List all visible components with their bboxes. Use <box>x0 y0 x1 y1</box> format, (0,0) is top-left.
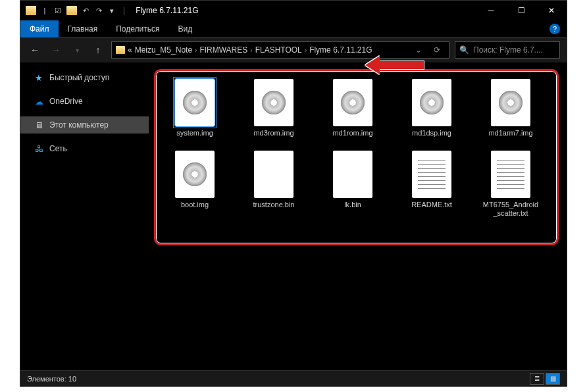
folder-icon <box>26 6 36 15</box>
sidebar-item-onedrive[interactable]: ☁ OneDrive <box>20 93 149 110</box>
undo-icon[interactable]: ↶ <box>81 6 90 15</box>
file-item[interactable]: MT6755_Android_scatter.txt <box>481 151 540 218</box>
text-lines-icon <box>418 160 446 189</box>
recent-dropdown[interactable]: ▾ <box>69 42 85 58</box>
file-label: README.txt <box>411 201 452 209</box>
file-label: boot.img <box>181 201 209 209</box>
file-label: trustzone.bin <box>253 201 295 209</box>
file-item[interactable]: md1rom.img <box>323 79 382 137</box>
statusbar: Элементов: 10 ≣ ▦ <box>20 370 567 386</box>
search-input[interactable]: 🔍 Поиск: Flyme 6.7.... <box>455 41 560 59</box>
file-thumbnail <box>333 79 372 126</box>
sidebar-item-label: Сеть <box>49 144 67 153</box>
search-icon: 🔍 <box>459 45 469 55</box>
file-item[interactable]: system.img <box>165 79 224 137</box>
crumb-2[interactable]: FLASHTOOL <box>255 45 302 55</box>
disc-icon <box>420 91 444 114</box>
file-item[interactable]: md1arm7.img <box>481 79 540 137</box>
file-thumbnail <box>175 79 215 126</box>
sidebar-item-network[interactable]: 🖧 Сеть <box>20 140 149 157</box>
search-placeholder: Поиск: Flyme 6.7.... <box>473 45 543 55</box>
file-thumbnail <box>254 79 294 126</box>
explorer-window: | ☑ ↶ ↷ ▾ | Flyme 6.7.11.21G ─ ☐ ✕ Файл … <box>20 0 567 387</box>
file-item[interactable]: md1dsp.img <box>402 79 461 137</box>
file-item[interactable]: trustzone.bin <box>244 151 303 218</box>
crumb-3[interactable]: Flyme 6.7.11.21G <box>309 45 372 55</box>
up-button[interactable]: ↑ <box>90 42 106 58</box>
sidebar-item-quickaccess[interactable]: ★ Быстрый доступ <box>20 69 149 86</box>
file-view[interactable]: system.imgmd3rom.imgmd1rom.imgmd1dsp.img… <box>149 62 567 370</box>
file-thumbnail <box>333 151 372 198</box>
titlebar: | ☑ ↶ ↷ ▾ | Flyme 6.7.11.21G ─ ☐ ✕ <box>20 1 567 20</box>
tab-share[interactable]: Поделиться <box>107 20 168 37</box>
back-button[interactable]: ← <box>27 42 43 58</box>
file-label: MT6755_Android_scatter.txt <box>481 201 540 218</box>
text-lines-icon <box>497 160 524 189</box>
disc-icon <box>499 91 523 114</box>
chevron-right-icon[interactable]: › <box>250 47 252 54</box>
help-icon[interactable]: ? <box>549 24 560 34</box>
cloud-icon: ☁ <box>34 96 44 107</box>
address-dropdown-icon[interactable]: ⌄ <box>411 45 426 55</box>
navbar: ← → ▾ ↑ « Meizu_M5_Note › FIRMWARES › FL… <box>20 37 567 62</box>
status-text: Элементов: 10 <box>27 375 76 383</box>
file-thumbnail <box>412 79 451 126</box>
disc-icon <box>183 162 207 186</box>
file-item[interactable]: boot.img <box>165 151 224 218</box>
sidebar-item-label: OneDrive <box>49 97 83 106</box>
file-thumbnail <box>412 151 451 198</box>
file-thumbnail <box>491 151 530 198</box>
disc-icon <box>341 91 365 114</box>
file-label: system.img <box>176 129 213 137</box>
tab-home[interactable]: Главная <box>59 20 107 37</box>
ribbon-tabs: Файл Главная Поделиться Вид ⌄ ? <box>20 20 567 37</box>
file-item[interactable]: lk.bin <box>323 151 382 218</box>
file-label: md3rom.img <box>253 129 294 137</box>
crumb-1[interactable]: FIRMWARES <box>199 45 247 55</box>
sidebar-item-label: Этот компьютер <box>49 120 109 130</box>
qat-checkbox-icon[interactable]: ☑ <box>53 6 63 15</box>
qat-dropdown-icon[interactable]: ▾ <box>107 6 116 15</box>
forward-button[interactable]: → <box>48 42 64 58</box>
file-thumbnail <box>254 151 294 198</box>
crumb-overflow[interactable]: « <box>128 45 132 55</box>
qat-separator: | <box>40 6 49 15</box>
star-icon: ★ <box>34 72 44 83</box>
close-button[interactable]: ✕ <box>536 1 567 20</box>
maximize-button[interactable]: ☐ <box>506 1 536 20</box>
chevron-right-icon[interactable]: › <box>195 47 197 54</box>
sidebar-item-label: Быстрый доступ <box>49 73 109 82</box>
minimize-button[interactable]: ─ <box>476 1 506 20</box>
network-icon: 🖧 <box>34 143 44 154</box>
address-folder-icon <box>116 46 125 54</box>
disc-icon <box>262 91 286 114</box>
view-icons-button[interactable]: ▦ <box>546 373 560 385</box>
tab-view[interactable]: Вид <box>168 20 201 37</box>
redo-icon[interactable]: ↷ <box>94 6 103 15</box>
pc-icon: 🖥 <box>34 120 44 130</box>
window-title: Flyme 6.7.11.21G <box>133 6 476 15</box>
tab-file[interactable]: Файл <box>20 20 59 37</box>
disc-icon <box>183 91 207 114</box>
address-bar[interactable]: « Meizu_M5_Note › FIRMWARES › FLASHTOOL … <box>111 41 449 59</box>
file-thumbnail <box>491 79 530 126</box>
sidebar: ★ Быстрый доступ ☁ OneDrive 🖥 Этот компь… <box>20 62 149 370</box>
file-label: md1rom.img <box>332 129 372 137</box>
file-label: md1dsp.img <box>412 129 451 137</box>
crumb-0[interactable]: Meizu_M5_Note <box>135 45 192 55</box>
file-label: lk.bin <box>344 201 361 209</box>
chevron-right-icon[interactable]: › <box>305 47 307 54</box>
view-details-button[interactable]: ≣ <box>530 373 544 385</box>
file-item[interactable]: md3rom.img <box>244 79 303 137</box>
file-thumbnail <box>175 151 215 198</box>
qat-folder-icon[interactable] <box>66 6 77 15</box>
sidebar-item-thispc[interactable]: 🖥 Этот компьютер <box>20 116 149 134</box>
refresh-icon[interactable]: ⟳ <box>429 45 445 55</box>
file-item[interactable]: README.txt <box>402 151 461 218</box>
file-label: md1arm7.img <box>488 129 532 137</box>
